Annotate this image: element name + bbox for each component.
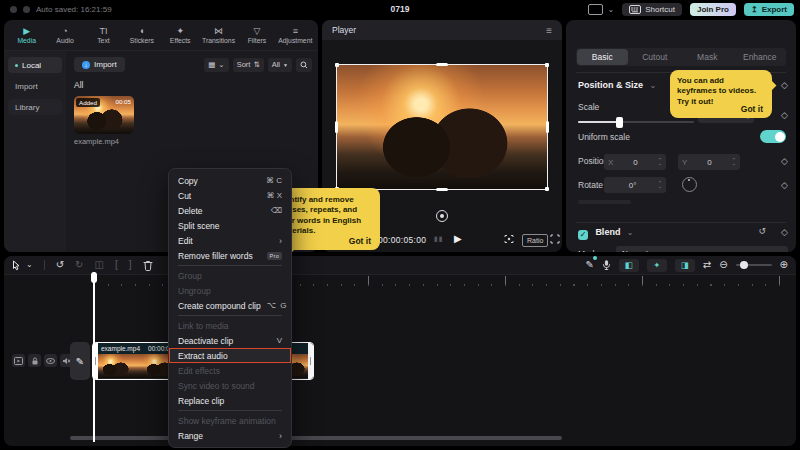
keyframe-diamond-scale[interactable]: ◇ [781, 110, 788, 120]
chevron-down-icon[interactable]: ⌄ [26, 257, 33, 273]
chevron-down-icon[interactable]: ⌄ [607, 5, 614, 14]
smart-tool-icon[interactable]: ✦ [647, 259, 667, 272]
menu-item-edit[interactable]: Edit › [169, 233, 291, 248]
menu-item-remove-filler-words[interactable]: Remove filler words Pro [169, 248, 291, 263]
tab-stickers[interactable]: ◖ Stickers [123, 27, 160, 44]
auto-cut-in-icon[interactable]: ◧ [619, 259, 639, 272]
edit-cover-button[interactable]: ✎ [70, 342, 90, 380]
playhead[interactable] [93, 272, 95, 442]
timeline-scrollbar[interactable] [70, 436, 562, 440]
export-button[interactable]: ↥ Export [744, 3, 794, 16]
menu-item-sync-video-to-sound[interactable]: Sync video to sound [169, 378, 291, 393]
zoom-in-icon[interactable]: ⊕ [780, 257, 788, 273]
search-button[interactable] [296, 58, 312, 72]
got-it-button[interactable]: Got it [741, 104, 763, 114]
sidebar-item-import[interactable]: Import [8, 78, 62, 94]
got-it-button[interactable]: Got it [349, 236, 371, 246]
sidebar-item-library[interactable]: Library [8, 99, 62, 115]
tab-audio[interactable]: ◔ Audio [46, 27, 83, 44]
blend-header[interactable]: ✓ Blend ⌄ [578, 227, 633, 240]
auto-cut-out-icon[interactable]: ◨ [675, 259, 695, 272]
keyframe-diamond-position[interactable]: ◇ [781, 156, 788, 166]
rotate-knob[interactable] [682, 177, 697, 192]
menu-item-range[interactable]: Range › [169, 428, 291, 443]
position-x-input[interactable]: X 0 ⌃⌄ [604, 154, 666, 170]
sort-dropdown[interactable]: Sort⇅ [233, 58, 264, 72]
menu-item-link-to-media[interactable]: Link to media [169, 318, 291, 333]
stepper-icon[interactable]: ⌃⌄ [731, 159, 736, 166]
blend-checkbox[interactable]: ✓ [578, 230, 588, 240]
menu-item-copy[interactable]: Copy ⌘ C [169, 173, 291, 188]
fullscreen-icon[interactable] [550, 234, 560, 244]
undo-icon[interactable]: ↺ [56, 257, 64, 273]
scale-slider[interactable] [578, 121, 694, 123]
play-button[interactable]: ▶ [454, 233, 462, 244]
player-menu-icon[interactable]: ≡ [546, 25, 552, 36]
video-frame [336, 64, 548, 190]
tab-transitions[interactable]: ⋈ Transitions [200, 27, 237, 44]
voiceover-mic-icon[interactable] [602, 259, 611, 271]
preview-video[interactable] [336, 64, 548, 190]
sidebar-item-local[interactable]: Local [8, 57, 62, 73]
display-icon[interactable] [588, 4, 603, 15]
scale-slider-handle[interactable] [616, 117, 623, 128]
media-sidebar: Local Import Library [4, 51, 66, 252]
position-y-input[interactable]: Y 0 ⌃⌄ [678, 154, 740, 170]
tab-text[interactable]: TI Text [85, 27, 122, 44]
trim-right-icon[interactable]: ] [129, 257, 132, 273]
menu-item-create-compound-clip[interactable]: Create compound clip ⌥ G [169, 298, 291, 313]
menu-item-deactivate-clip[interactable]: Deactivate clip V [169, 333, 291, 348]
lock-track-icon[interactable] [28, 354, 41, 367]
tab-filters[interactable]: ▽ Filters [238, 27, 275, 44]
ratio-button[interactable]: Ratio [522, 234, 548, 247]
tab-adjustment[interactable]: ≡ Adjustment [277, 27, 314, 44]
clip-trim-handle-right[interactable] [308, 343, 313, 379]
delete-icon[interactable] [143, 260, 153, 271]
subtab-basic[interactable]: Basic [577, 49, 628, 65]
shortcut-button[interactable]: Shortcut [622, 3, 682, 16]
blend-mode-dropdown[interactable]: Normal ⌄ [616, 246, 788, 252]
menu-item-ungroup[interactable]: Ungroup [169, 283, 291, 298]
record-target-icon[interactable] [436, 210, 448, 222]
reset-icon[interactable]: ↺ [758, 226, 766, 236]
menu-item-show-keyframe-animation[interactable]: Show keyframe animation [169, 413, 291, 428]
main-track-icon[interactable] [12, 354, 25, 367]
timeline-zoom-slider[interactable] [736, 264, 772, 266]
zoom-slider-handle[interactable] [740, 261, 748, 269]
keyframe-diamond-position-size[interactable]: ◇ [781, 80, 788, 90]
redo-icon[interactable]: ↻ [75, 257, 83, 273]
menu-item-delete[interactable]: Delete ⌫ [169, 203, 291, 218]
position-size-header[interactable]: Position & Size ⌄ [578, 80, 656, 90]
menu-item-group[interactable]: Group [169, 268, 291, 283]
timeline-ruler[interactable] [4, 274, 796, 288]
menu-item-split-scene[interactable]: Split scene [169, 218, 291, 233]
keyframe-diamond-blend[interactable]: ◇ [781, 227, 788, 237]
keyframe-diamond-rotate[interactable]: ◇ [781, 180, 788, 190]
keyframe-pen-icon[interactable]: ✎ [585, 257, 593, 273]
filter-dropdown[interactable]: All▼ [268, 58, 292, 72]
preview-quality-icon[interactable] [504, 234, 514, 244]
view-mode-dropdown[interactable]: ▦⌄ [204, 58, 228, 72]
menu-item-replace-clip[interactable]: Replace clip [169, 393, 291, 408]
subtab-mask[interactable]: Mask [682, 49, 733, 65]
cursor-tool-icon[interactable] [12, 260, 21, 271]
trim-left-icon[interactable]: [ [115, 257, 118, 273]
uniform-scale-toggle[interactable] [760, 130, 786, 143]
import-button[interactable]: ↓ Import [74, 57, 125, 72]
link-toggle-icon[interactable]: ⇄ [703, 257, 711, 273]
join-pro-button[interactable]: Join Pro [690, 3, 736, 16]
menu-item-cut[interactable]: Cut ⌘ X [169, 188, 291, 203]
stepper-icon[interactable]: ⌃⌄ [657, 182, 662, 189]
subtab-cutout[interactable]: Cutout [630, 49, 681, 65]
subtab-enhance[interactable]: Enhance [735, 49, 786, 65]
rotate-input[interactable]: 0° ⌃⌄ [604, 177, 666, 193]
stepper-icon[interactable]: ⌃⌄ [657, 159, 662, 166]
hide-track-icon[interactable] [44, 354, 57, 367]
tab-effects[interactable]: ✦ Effects [162, 27, 199, 44]
media-clip-card[interactable]: Added 00:05 [74, 96, 134, 134]
split-icon[interactable]: ◫ [94, 257, 103, 273]
zoom-out-icon[interactable]: ⊖ [719, 257, 727, 273]
tab-media[interactable]: ▶ Media [8, 27, 45, 44]
menu-item-extract-audio[interactable]: Extract audio [169, 348, 291, 363]
menu-item-edit-effects[interactable]: Edit effects [169, 363, 291, 378]
